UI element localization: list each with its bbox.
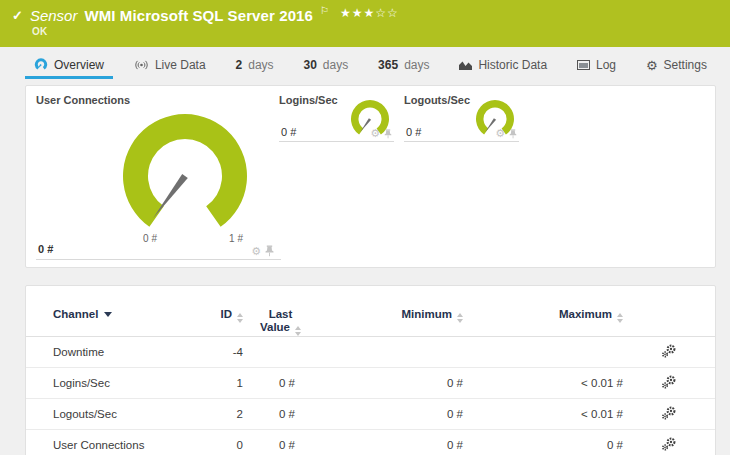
column-header-id-label: ID (221, 308, 233, 320)
maximum-cell: 0 # (463, 430, 623, 455)
sort-icon (617, 313, 623, 323)
gauge-scale-max: 1 # (216, 233, 256, 244)
channel-id-cell: 2 (208, 399, 243, 430)
pin-icon[interactable] (509, 129, 517, 139)
gauge-settings-gear-icon[interactable]: ⚙ (495, 128, 505, 139)
broadcast-icon (134, 58, 149, 72)
sort-desc-icon (104, 312, 112, 317)
tab-settings-label: Settings (664, 58, 707, 72)
last-value-cell: 0 # (243, 430, 318, 455)
table-header-row: Channel ID Last Value Minimum Maximum (26, 286, 715, 337)
gauge-dial (120, 114, 250, 244)
tab-log[interactable]: Log (568, 53, 625, 77)
gauge-last-value: 0 # (281, 126, 296, 138)
channel-settings-gears-icon[interactable] (661, 437, 677, 451)
channel-settings-gears-icon[interactable] (661, 406, 677, 420)
tab-log-label: Log (596, 58, 616, 72)
tab-2-days[interactable]: 2 days (227, 53, 283, 77)
channels-table-panel: Channel ID Last Value Minimum Maximum (25, 285, 716, 455)
gauge-last-value: 0 # (38, 243, 53, 255)
tab-365-days[interactable]: 365 days (369, 53, 438, 77)
gauge-user-connections: User Connections 0 # 1 # 0 # ⚙ (36, 94, 281, 260)
tab-historic-data[interactable]: Historic Data (450, 53, 556, 77)
tab-365-days-number: 365 (378, 58, 398, 72)
gauge-title: User Connections (36, 94, 130, 106)
last-value-cell: 0 # (243, 368, 318, 399)
sensor-header: ✓ Sensor WMI Microsoft SQL Server 2016 ⚐… (0, 0, 730, 47)
tab-settings[interactable]: ⚙ Settings (637, 53, 716, 77)
channel-settings-gears-icon[interactable] (661, 344, 677, 358)
column-header-last-value-label: Last Value (260, 308, 292, 333)
column-header-maximum-label: Maximum (559, 308, 612, 320)
gauge-icon (34, 58, 48, 72)
table-row-user-connections: User Connections 0 0 # 0 # 0 # (26, 430, 715, 455)
sensor-status-badge: OK (32, 26, 730, 37)
gauges-panel: User Connections 0 # 1 # 0 # ⚙ Logins/Se… (25, 85, 716, 268)
maximum-cell: < 0.01 # (463, 368, 623, 399)
priority-stars[interactable]: ★★★☆☆ (340, 6, 399, 20)
tab-2-days-label: days (248, 58, 273, 72)
pin-icon[interactable] (265, 245, 274, 257)
maximum-cell (463, 337, 623, 368)
channel-name-cell: User Connections (26, 430, 208, 455)
status-ok-check-icon: ✓ (12, 9, 23, 23)
channel-id-cell: -4 (208, 337, 243, 368)
pin-icon[interactable] (384, 129, 392, 139)
gauge-last-value: 0 # (406, 126, 421, 138)
channel-name-cell: Logins/Sec (26, 368, 208, 399)
table-row-logouts-sec: Logouts/Sec 2 0 # 0 # < 0.01 # (26, 399, 715, 430)
tab-365-days-label: days (404, 58, 429, 72)
column-header-maximum[interactable]: Maximum (463, 286, 623, 337)
tab-30-days-number: 30 (303, 58, 316, 72)
column-header-minimum-label: Minimum (402, 308, 452, 320)
maximum-cell: < 0.01 # (463, 399, 623, 430)
minimum-cell: 0 # (318, 430, 463, 455)
gauge-logins-sec: Logins/Sec 0 # ⚙ (279, 94, 394, 142)
tab-30-days[interactable]: 30 days (294, 53, 357, 77)
channel-name-cell: Logouts/Sec (26, 399, 208, 430)
tab-historic-data-label: Historic Data (478, 58, 547, 72)
tab-live-data[interactable]: Live Data (125, 53, 215, 77)
tab-2-days-number: 2 (236, 58, 243, 72)
log-list-icon (577, 60, 590, 70)
stars-empty[interactable]: ☆☆ (375, 6, 399, 20)
area-chart-icon (459, 60, 472, 71)
channel-id-cell: 0 (208, 430, 243, 455)
stars-filled[interactable]: ★★★ (340, 6, 375, 20)
last-value-cell: 0 # (243, 399, 318, 430)
gauge-title: Logins/Sec (279, 94, 338, 106)
gauge-scale-min: 0 # (130, 233, 170, 244)
channels-table: Channel ID Last Value Minimum Maximum (26, 286, 715, 455)
settings-gear-icon: ⚙ (646, 59, 658, 72)
sort-icon (237, 313, 243, 323)
gauge-logouts-sec: Logouts/Sec 0 # ⚙ (404, 94, 519, 142)
channel-id-cell: 1 (208, 368, 243, 399)
gauge-title: Logouts/Sec (404, 94, 470, 106)
priority-flag-icon[interactable]: ⚐ (320, 5, 329, 16)
column-header-last-value[interactable]: Last Value (243, 286, 318, 337)
tab-live-data-label: Live Data (155, 58, 206, 72)
sort-icon (457, 313, 463, 323)
column-header-id[interactable]: ID (208, 286, 243, 337)
minimum-cell: 0 # (318, 399, 463, 430)
column-header-minimum[interactable]: Minimum (318, 286, 463, 337)
column-header-channel-label: Channel (53, 308, 98, 320)
sensor-title: WMI Microsoft SQL Server 2016 (84, 7, 313, 24)
gauge-settings-gear-icon[interactable]: ⚙ (251, 246, 261, 257)
tab-bar: Overview Live Data 2 days 30 days 365 da… (25, 53, 716, 77)
tab-overview[interactable]: Overview (25, 53, 113, 77)
table-row-logins-sec: Logins/Sec 1 0 # 0 # < 0.01 # (26, 368, 715, 399)
object-kind-label: Sensor (30, 7, 78, 24)
column-header-channel[interactable]: Channel (26, 286, 208, 337)
minimum-cell (318, 337, 463, 368)
tab-overview-label: Overview (54, 58, 104, 72)
sort-icon (295, 326, 301, 336)
channel-name-cell: Downtime (26, 337, 208, 368)
last-value-cell (243, 337, 318, 368)
tab-30-days-label: days (323, 58, 348, 72)
minimum-cell: 0 # (318, 368, 463, 399)
channel-settings-gears-icon[interactable] (661, 375, 677, 389)
column-header-actions (623, 286, 715, 337)
table-row-downtime: Downtime -4 (26, 337, 715, 368)
gauge-settings-gear-icon[interactable]: ⚙ (370, 128, 380, 139)
